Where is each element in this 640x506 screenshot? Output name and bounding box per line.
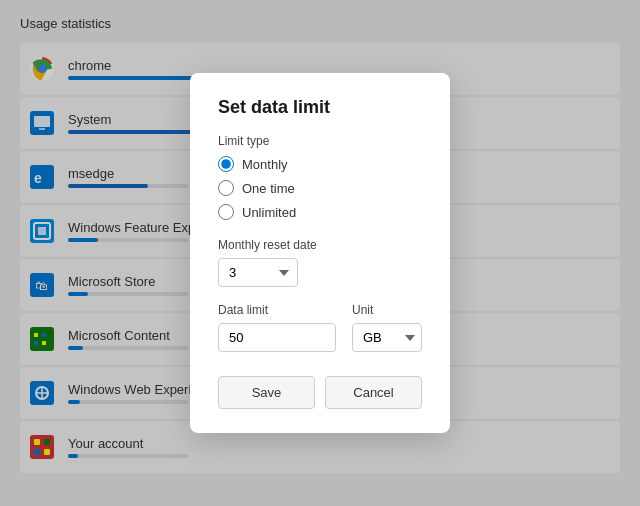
dialog-title: Set data limit — [218, 97, 422, 118]
limit-type-label: Limit type — [218, 134, 422, 148]
radio-one-time-label: One time — [242, 181, 295, 196]
data-limit-row: Data limit Unit MBGBTB — [218, 303, 422, 352]
radio-monthly[interactable]: Monthly — [218, 156, 422, 172]
reset-date-label: Monthly reset date — [218, 238, 422, 252]
cancel-button[interactable]: Cancel — [325, 376, 422, 409]
radio-monthly-input[interactable] — [218, 156, 234, 172]
unit-label: Unit — [352, 303, 422, 317]
modal-overlay: Set data limit Limit type Monthly One ti… — [0, 0, 640, 506]
unit-select[interactable]: MBGBTB — [352, 323, 422, 352]
radio-unlimited-label: Unlimited — [242, 205, 296, 220]
reset-date-select[interactable]: 123456789101520252831 — [218, 258, 298, 287]
data-limit-label: Data limit — [218, 303, 336, 317]
radio-unlimited[interactable]: Unlimited — [218, 204, 422, 220]
radio-one-time[interactable]: One time — [218, 180, 422, 196]
dialog-actions: Save Cancel — [218, 376, 422, 409]
radio-monthly-label: Monthly — [242, 157, 288, 172]
save-button[interactable]: Save — [218, 376, 315, 409]
unit-field: Unit MBGBTB — [352, 303, 422, 352]
radio-one-time-input[interactable] — [218, 180, 234, 196]
data-limit-input[interactable] — [218, 323, 336, 352]
data-limit-field: Data limit — [218, 303, 336, 352]
set-data-limit-dialog: Set data limit Limit type Monthly One ti… — [190, 73, 450, 433]
radio-unlimited-input[interactable] — [218, 204, 234, 220]
limit-type-radio-group: Monthly One time Unlimited — [218, 156, 422, 220]
